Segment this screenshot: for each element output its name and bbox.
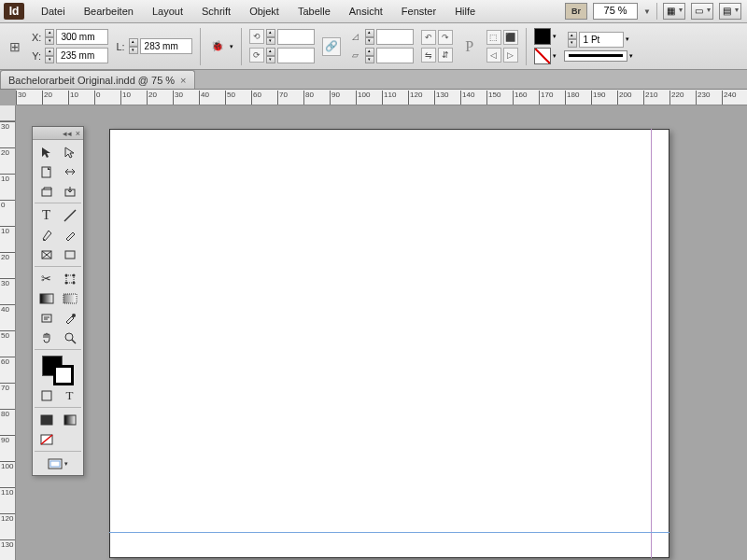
gap-tool[interactable]: [58, 161, 81, 181]
stroke-drop-icon[interactable]: ▾: [553, 52, 557, 60]
angle-input[interactable]: [376, 29, 414, 45]
stroke-weight-input[interactable]: [579, 32, 624, 48]
screen-mode-dropdown[interactable]: ▭: [691, 3, 713, 20]
weight-drop-icon[interactable]: ▾: [626, 35, 629, 43]
note-tool[interactable]: [35, 308, 58, 328]
formatting-container-icon[interactable]: [35, 385, 58, 405]
y-input[interactable]: [56, 48, 108, 63]
margin-guide-right: [651, 129, 652, 558]
fill-drop-icon[interactable]: ▾: [553, 33, 557, 40]
line-tool[interactable]: [58, 205, 81, 225]
gradient-swatch-tool[interactable]: [35, 288, 58, 308]
l-spinner[interactable]: ▴▾: [129, 38, 138, 54]
apply-none-icon[interactable]: [35, 429, 58, 449]
x-spinner[interactable]: ▴▾: [45, 29, 54, 45]
tools-panel-header[interactable]: ◂◂ ×: [33, 127, 83, 140]
bridge-button[interactable]: Br: [565, 3, 587, 20]
scissors-tool[interactable]: ✂: [35, 269, 58, 288]
l-input[interactable]: [140, 38, 192, 54]
select-container-icon[interactable]: ⬚: [486, 30, 501, 45]
rotate-h-icon[interactable]: ⟳: [249, 48, 264, 63]
apply-gradient-icon[interactable]: [58, 410, 81, 429]
rotate-ccw-icon[interactable]: ↶: [421, 30, 436, 45]
vruler-tick: 0: [0, 200, 15, 209]
select-next-icon[interactable]: ▷: [503, 48, 518, 63]
rotate-w-input[interactable]: [277, 29, 315, 45]
rectangle-frame-tool[interactable]: [35, 245, 58, 264]
rotate-cw-icon[interactable]: ↷: [438, 30, 453, 45]
free-transform-tool[interactable]: [58, 269, 81, 288]
menu-schrift[interactable]: Schrift: [192, 0, 240, 22]
menu-layout[interactable]: Layout: [143, 0, 192, 22]
menu-fenster[interactable]: Fenster: [392, 0, 445, 22]
angle-spin[interactable]: ▴▾: [365, 29, 374, 45]
direct-selection-tool[interactable]: [58, 142, 81, 161]
menu-hilfe[interactable]: Hilfe: [445, 0, 485, 22]
shear-input[interactable]: [376, 48, 414, 63]
content-collector-tool[interactable]: [35, 181, 58, 201]
rw-spin[interactable]: ▴▾: [266, 29, 275, 45]
select-prev-icon[interactable]: ◁: [486, 48, 501, 63]
menu-ansicht[interactable]: Ansicht: [340, 0, 392, 22]
angle-icon: ◿: [348, 29, 363, 44]
zoom-dropdown-icon[interactable]: ▼: [643, 7, 651, 16]
close-tab-icon[interactable]: ×: [180, 75, 186, 86]
horizontal-ruler[interactable]: 3020100102030405060708090100110120130140…: [16, 90, 747, 105]
fill-stroke-proxy[interactable]: [35, 354, 81, 384]
page[interactable]: [109, 129, 669, 558]
vertical-ruler[interactable]: 3020100102030405060708090100110120130: [0, 105, 16, 560]
pasteboard[interactable]: [16, 121, 747, 560]
menu-tabelle[interactable]: Tabelle: [289, 0, 340, 22]
reference-point-icon[interactable]: ⊞: [6, 37, 24, 56]
rectangle-tool[interactable]: [58, 245, 81, 264]
svg-rect-15: [63, 294, 77, 303]
eyedropper-tool[interactable]: [58, 308, 81, 328]
rotate-h-input[interactable]: [277, 48, 315, 63]
close-panel-icon[interactable]: ×: [76, 129, 80, 138]
rh-spin[interactable]: ▴▾: [266, 48, 275, 63]
type-tool[interactable]: T: [35, 205, 58, 225]
stroke-proxy[interactable]: [53, 365, 74, 385]
selection-tool[interactable]: [35, 142, 58, 161]
y-spinner[interactable]: ▴▾: [45, 48, 54, 63]
rotate-w-icon[interactable]: ⟲: [249, 29, 264, 44]
flip-h-icon[interactable]: ⇋: [421, 48, 436, 63]
constrain-icon[interactable]: 🔗: [322, 37, 341, 56]
select-content-icon[interactable]: ⬛: [503, 30, 518, 45]
collapse-icon[interactable]: ◂◂: [63, 129, 72, 138]
fill-swatch[interactable]: [534, 28, 551, 45]
vruler-tick: 20: [0, 147, 15, 157]
bug-dropdown-icon[interactable]: ▾: [230, 43, 233, 50]
content-placer-tool[interactable]: [58, 181, 81, 201]
arrange-dropdown[interactable]: ▤: [719, 3, 741, 20]
p-icon[interactable]: P: [460, 37, 479, 56]
view-options-dropdown[interactable]: ▦: [663, 3, 685, 20]
menu-objekt[interactable]: Objekt: [240, 0, 289, 22]
pen-tool[interactable]: [35, 225, 58, 245]
svg-rect-14: [40, 294, 53, 303]
pencil-tool[interactable]: [58, 225, 81, 245]
x-input[interactable]: [56, 29, 108, 45]
vruler-tick: 10: [0, 226, 15, 235]
menu-datei[interactable]: Datei: [32, 0, 75, 22]
stroke-swatch[interactable]: [534, 48, 551, 64]
ruler-origin[interactable]: [0, 105, 16, 121]
weight-spin[interactable]: ▴▾: [568, 32, 577, 48]
shear-spin[interactable]: ▴▾: [365, 48, 374, 63]
document-tab[interactable]: Bachelorarbeit Original.indd @ 75 % ×: [0, 70, 195, 89]
stroke-style-preview[interactable]: [564, 50, 627, 62]
flip-v-icon[interactable]: ⇵: [438, 48, 453, 63]
hand-tool[interactable]: [35, 328, 58, 347]
view-mode-normal-icon[interactable]: ▾: [35, 454, 81, 473]
apply-color-icon[interactable]: [35, 410, 58, 429]
zoom-field[interactable]: 75 %: [593, 3, 638, 20]
zoom-tool[interactable]: [58, 328, 81, 347]
tools-panel[interactable]: ◂◂ × T ✂ T ▾: [32, 126, 84, 476]
guide-line[interactable]: [109, 532, 669, 533]
page-tool[interactable]: [35, 161, 58, 181]
menu-bearbeiten[interactable]: Bearbeiten: [75, 0, 143, 22]
style-drop-icon[interactable]: ▾: [629, 52, 633, 60]
formatting-text-icon[interactable]: T: [58, 385, 81, 405]
bug-icon[interactable]: 🐞: [208, 37, 227, 56]
gradient-feather-tool[interactable]: [58, 288, 81, 308]
